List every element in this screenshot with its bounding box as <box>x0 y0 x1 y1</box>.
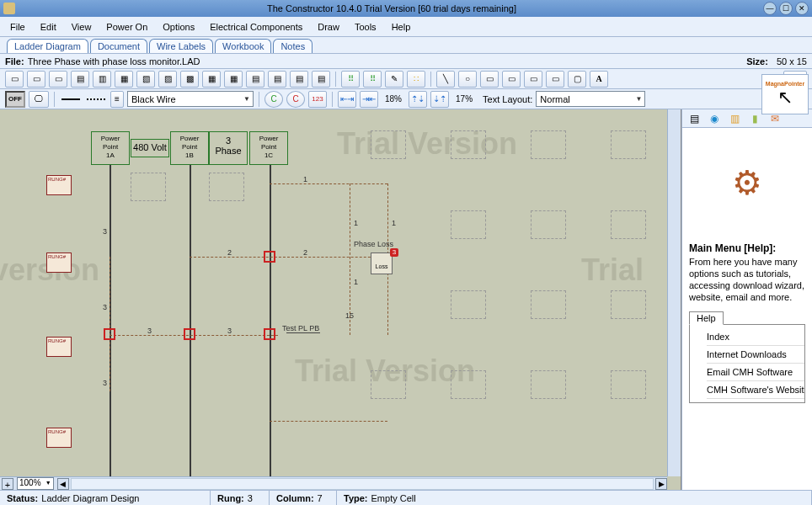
tb-layout1-icon[interactable]: ▤ <box>71 71 89 88</box>
tb-shape-rrect-icon[interactable]: ▢ <box>568 71 586 88</box>
tb-text-icon[interactable]: A <box>590 71 608 88</box>
phase-box[interactable]: 3 Phase <box>209 131 248 165</box>
minimize-button[interactable]: — <box>763 2 777 15</box>
volt-box[interactable]: 480 Volt <box>131 139 169 157</box>
power-point-1c[interactable]: Power Point 1C <box>249 131 288 165</box>
tb-shape-circle-icon[interactable]: ○ <box>458 71 477 88</box>
tb-hspace-less-icon[interactable]: ⇤⇥ <box>338 91 356 108</box>
scroll-right-icon[interactable]: ▶ <box>655 478 667 490</box>
wire-num: 1 <box>392 219 396 227</box>
tb-123-icon[interactable]: 123 <box>308 91 327 108</box>
rp-globe-icon[interactable]: ◉ <box>706 111 723 126</box>
tb-doc1-icon[interactable]: ▤ <box>246 71 264 88</box>
menu-view[interactable]: View <box>72 22 92 32</box>
tab-wire-labels[interactable]: Wire Labels <box>149 39 213 53</box>
rung-marker[interactable]: RUNG# <box>46 428 72 448</box>
tb-dots-icon[interactable]: ∷ <box>407 71 425 88</box>
scroll-track[interactable] <box>71 478 654 490</box>
tb-shape-rect4-icon[interactable]: ▭ <box>546 71 564 88</box>
maximize-button[interactable]: ☐ <box>779 2 793 15</box>
rp-sheet-icon[interactable]: ▥ <box>726 111 743 126</box>
tb-grid3-icon[interactable]: ▦ <box>224 71 243 88</box>
tb-shape-rect2-icon[interactable]: ▭ <box>502 71 521 88</box>
tb-save-icon[interactable]: ▭ <box>49 71 67 88</box>
tb-new-icon[interactable]: ▭ <box>5 71 24 88</box>
tb-open-icon[interactable]: ▭ <box>27 71 45 88</box>
junction-marker[interactable] <box>104 328 115 340</box>
junction-marker[interactable] <box>264 328 275 340</box>
off-button[interactable]: OFF <box>5 91 25 108</box>
line-dotted-icon[interactable] <box>87 98 105 100</box>
rp-item-index[interactable]: Index <box>707 328 804 346</box>
tab-ladder-diagram[interactable]: Ladder Diagram <box>7 39 88 53</box>
tb-shape-line-icon[interactable]: ╲ <box>436 71 455 88</box>
scroll-left-icon[interactable]: ◀ <box>57 478 69 490</box>
tab-document[interactable]: Document <box>90 39 147 53</box>
menu-edit[interactable]: Edit <box>40 22 56 32</box>
tb-nodes1-icon[interactable]: ⠿ <box>341 71 360 88</box>
menu-power-on[interactable]: Power On <box>106 22 147 32</box>
text-layout-dropdown[interactable]: Normal <box>536 91 645 107</box>
file-name: Three Phase with phase loss monitor.LAD <box>28 56 200 66</box>
rp-help-tab[interactable]: Help <box>689 311 724 325</box>
rung-marker[interactable]: RUNG# <box>46 252 72 273</box>
tb-grid1-icon[interactable]: ▩ <box>180 71 199 88</box>
power-point-1a[interactable]: Power Point 1A <box>91 131 130 165</box>
hspace-value: 18% <box>385 94 402 104</box>
rp-item-downloads[interactable]: Internet Downloads <box>707 346 804 364</box>
rung-marker[interactable]: RUNG# <box>46 337 72 357</box>
menu-electrical[interactable]: Electrical Components <box>210 22 302 32</box>
tb-layout5-icon[interactable]: ▨ <box>158 71 177 88</box>
tb-nodes2-icon[interactable]: ⠿ <box>363 71 382 88</box>
menu-help[interactable]: Help <box>392 22 411 32</box>
junction-marker[interactable] <box>184 328 195 340</box>
menu-options[interactable]: Options <box>163 22 195 32</box>
tb-hspace-more-icon[interactable]: ⇥⇤ <box>360 91 378 108</box>
horizontal-scrollbar[interactable]: + 100% ◀ ▶ <box>0 476 667 490</box>
menu-tools[interactable]: Tools <box>355 22 377 32</box>
tb-shape-rect1-icon[interactable]: ▭ <box>480 71 499 88</box>
vertical-scrollbar[interactable] <box>667 109 681 476</box>
tb-grid2-icon[interactable]: ▦ <box>202 71 221 88</box>
line-solid-icon[interactable] <box>61 98 80 100</box>
tb-layout2-icon[interactable]: ▥ <box>93 71 111 88</box>
loss-component[interactable]: Loss 3 <box>371 252 393 274</box>
tab-notes[interactable]: Notes <box>273 39 313 53</box>
menu-file[interactable]: File <box>10 22 25 32</box>
rung-marker[interactable]: RUNG# <box>46 175 72 195</box>
rightpanel-body: Main Menu [Help]: From here you have man… <box>682 237 812 490</box>
magna-pointer-widget[interactable]: MagnaPointer ↖ <box>761 74 809 114</box>
tb-vspace-less-icon[interactable]: ⇡⇣ <box>409 91 427 108</box>
rp-item-email[interactable]: Email CMH Software <box>707 364 804 381</box>
tb-shape-rect3-icon[interactable]: ▭ <box>524 71 542 88</box>
column-value: 7 <box>318 493 323 503</box>
tb-c-red-icon[interactable]: C <box>286 91 305 108</box>
tb-vspace-more-icon[interactable]: ⇣⇡ <box>430 91 449 108</box>
rp-list-icon[interactable]: ▤ <box>686 111 702 126</box>
tb-pencil-icon[interactable]: ✎ <box>385 71 403 88</box>
power-point-1b[interactable]: Power Point 1B <box>170 131 209 165</box>
diagram-canvas[interactable]: Trial Version version Trial Trial Versio… <box>0 109 667 476</box>
pushbutton-component[interactable] <box>286 332 320 341</box>
tb-layout3-icon[interactable]: ▦ <box>115 71 133 88</box>
tb-doc2-icon[interactable]: ▤ <box>268 71 286 88</box>
wire-color-dropdown[interactable]: Black Wire <box>127 91 254 107</box>
tb-doc4-icon[interactable]: ▤ <box>312 71 330 88</box>
junction-marker[interactable] <box>264 251 275 263</box>
tb-layout4-icon[interactable]: ▧ <box>136 71 155 88</box>
menu-draw[interactable]: Draw <box>318 22 339 32</box>
zoom-plus-icon[interactable]: + <box>2 478 13 490</box>
rp-item-website[interactable]: CMH Software's Website <box>707 381 804 399</box>
close-button[interactable]: ✕ <box>795 2 809 15</box>
grid-cell <box>451 370 486 399</box>
rp-note-icon[interactable]: ▮ <box>746 111 763 126</box>
tb-c-green-icon[interactable]: C <box>264 91 283 108</box>
grid-cell <box>531 210 566 239</box>
zoom-dropdown[interactable]: 100% <box>17 477 54 490</box>
size-value: 50 x 15 <box>777 56 807 66</box>
tb-screen-icon[interactable]: 🖵 <box>29 91 49 108</box>
tab-workbook[interactable]: Workbook <box>215 39 271 53</box>
wire <box>190 257 387 258</box>
tb-doc3-icon[interactable]: ▤ <box>290 71 308 88</box>
line-style-menu-icon[interactable]: ≡ <box>110 91 124 108</box>
